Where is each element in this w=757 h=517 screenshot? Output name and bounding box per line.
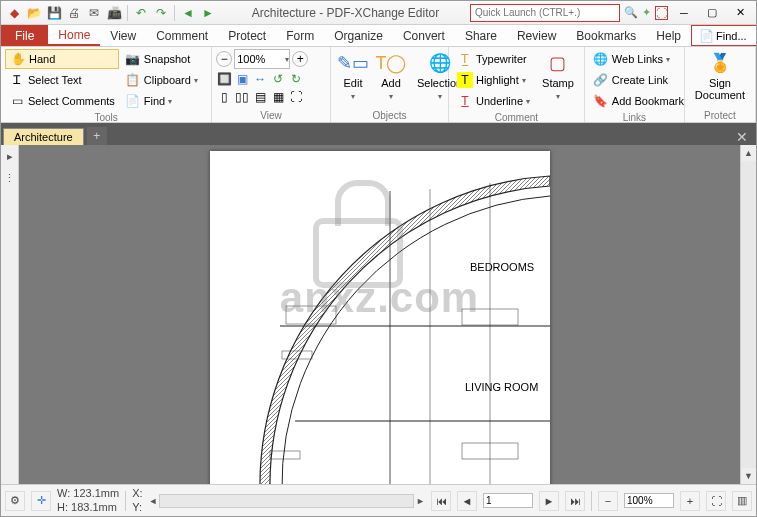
add-icon: T◯ [379, 51, 403, 75]
highlight-tool[interactable]: THighlight▾ [453, 70, 534, 90]
layout-status-icon[interactable]: ▥ [732, 491, 752, 511]
zoom-out-icon[interactable]: − [216, 51, 232, 67]
find-button[interactable]: 📄Find... [694, 28, 751, 44]
vertical-scrollbar[interactable]: ▲ ▼ [740, 145, 756, 484]
email-icon[interactable]: ✉ [85, 4, 103, 22]
chevron-down-icon: ▾ [522, 76, 526, 85]
menu-protect[interactable]: Protect [218, 25, 276, 46]
menu-share[interactable]: Share [455, 25, 507, 46]
menu-view[interactable]: View [100, 25, 146, 46]
find-tool[interactable]: 📄Find▾ [121, 91, 202, 111]
web-links-label: Web Links [612, 53, 663, 65]
zoom-status-input[interactable] [624, 493, 674, 508]
minimize-button[interactable]: ─ [672, 4, 696, 22]
last-page-icon[interactable]: ⏭ [565, 491, 585, 511]
chevron-down-icon[interactable]: ▾ [285, 55, 289, 64]
ui-options-icon[interactable]: ✦ [642, 6, 651, 19]
separator [127, 5, 128, 21]
page-layout1-icon[interactable]: ▯ [216, 89, 232, 105]
add-bookmark-button[interactable]: 🔖Add Bookmark [589, 91, 688, 111]
horizontal-scrollbar[interactable] [159, 494, 414, 508]
tabs-close-button[interactable]: ✕ [728, 129, 756, 145]
scan-icon[interactable]: 📠 [105, 4, 123, 22]
add-tab-button[interactable]: + [87, 127, 107, 145]
menu-home[interactable]: Home [48, 25, 100, 46]
underline-tool[interactable]: TUnderline▾ [453, 91, 534, 111]
globe-icon: 🌐 [593, 51, 609, 67]
menu-form[interactable]: Form [276, 25, 324, 46]
fullscreen-icon[interactable]: ⛶ [288, 89, 304, 105]
redo-icon[interactable]: ↷ [152, 4, 170, 22]
search-button[interactable]: 📁Search... [753, 28, 757, 44]
zoom-in-icon[interactable]: + [292, 51, 308, 67]
doc-find-icon: 📄 [125, 93, 141, 109]
find-label: Find... [716, 30, 747, 42]
nav-forward-icon[interactable]: ► [199, 4, 217, 22]
create-link-button[interactable]: 🔗Create Link [589, 70, 688, 90]
toggle-ui-icon[interactable]: ⛶ [655, 6, 668, 20]
web-links-button[interactable]: 🌐Web Links▾ [589, 49, 688, 69]
x-readout: X: [132, 487, 142, 500]
sign-document-button[interactable]: 🏅 Sign Document [689, 49, 751, 103]
document-canvas[interactable]: BEDROOMS LIVING ROOM BASEMENT anxz.com [19, 145, 740, 484]
edit-button[interactable]: ✎▭ Edit ▾ [335, 49, 371, 103]
fit-width-icon[interactable]: ↔ [252, 71, 268, 87]
select-comments-tool[interactable]: ▭Select Comments [5, 91, 119, 111]
save-icon[interactable]: 💾 [45, 4, 63, 22]
panel-options-icon[interactable]: ⋮ [1, 167, 18, 189]
panel-toggle-icon[interactable]: ▸ [1, 145, 18, 167]
menu-convert[interactable]: Convert [393, 25, 455, 46]
clipboard-tool[interactable]: 📋Clipboard▾ [121, 70, 202, 90]
close-button[interactable]: ✕ [728, 4, 752, 22]
edit-icon: ✎▭ [341, 51, 365, 75]
rotate-cw-icon[interactable]: ↻ [288, 71, 304, 87]
menu-bookmarks[interactable]: Bookmarks [566, 25, 646, 46]
scroll-up-icon[interactable]: ▲ [741, 145, 756, 161]
nav-back-icon[interactable]: ◄ [179, 4, 197, 22]
maximize-button[interactable]: ▢ [700, 4, 724, 22]
living-room-label: LIVING ROOM [465, 381, 538, 393]
objects-group-label: Objects [335, 109, 444, 122]
fit-icon[interactable]: ⛶ [706, 491, 726, 511]
document-tab-architecture[interactable]: Architecture [3, 128, 84, 145]
search-icon[interactable]: 🔍 [624, 6, 638, 19]
stamp-button[interactable]: ▢ Stamp ▾ [536, 49, 580, 103]
first-page-icon[interactable]: ⏮ [431, 491, 451, 511]
prev-page-icon[interactable]: ◄ [457, 491, 477, 511]
page-number-input[interactable] [483, 493, 533, 508]
print-icon[interactable]: 🖨 [65, 4, 83, 22]
scroll-left-icon[interactable]: ◄ [149, 496, 158, 506]
add-button[interactable]: T◯ Add ▾ [373, 49, 409, 103]
open-icon[interactable]: 📂 [25, 4, 43, 22]
scroll-track[interactable] [741, 161, 756, 468]
scroll-right-icon[interactable]: ► [416, 496, 425, 506]
menu-comment[interactable]: Comment [146, 25, 218, 46]
zoom-input-box[interactable]: ▾ [234, 49, 290, 69]
rotate-ccw-icon[interactable]: ↺ [270, 71, 286, 87]
page-layout2-icon[interactable]: ▯▯ [234, 89, 250, 105]
quick-launch-input[interactable] [470, 4, 620, 22]
page-layout4-icon[interactable]: ▦ [270, 89, 286, 105]
page-layout3-icon[interactable]: ▤ [252, 89, 268, 105]
zoom-out-status-icon[interactable]: − [598, 491, 618, 511]
snapshot-tool[interactable]: 📷Snapshot [121, 49, 202, 69]
create-link-label: Create Link [612, 74, 668, 86]
select-comments-label: Select Comments [28, 95, 115, 107]
zoom-input[interactable] [235, 53, 285, 65]
hand-tool[interactable]: ✋Hand [5, 49, 119, 69]
options-icon[interactable]: ⚙ [5, 491, 25, 511]
fit-page-icon[interactable]: ▣ [234, 71, 250, 87]
next-page-icon[interactable]: ► [539, 491, 559, 511]
zoom-in-status-icon[interactable]: + [680, 491, 700, 511]
file-menu[interactable]: File [1, 25, 48, 46]
stamp-label: Stamp [542, 77, 574, 89]
menu-help[interactable]: Help [646, 25, 691, 46]
typewriter-tool[interactable]: T̲Typewriter [453, 49, 534, 69]
menu-review[interactable]: Review [507, 25, 566, 46]
undo-icon[interactable]: ↶ [132, 4, 150, 22]
crosshair-icon[interactable]: ✛ [31, 491, 51, 511]
zoom-actual-icon[interactable]: 🔲 [216, 71, 232, 87]
scroll-down-icon[interactable]: ▼ [741, 468, 756, 484]
menu-organize[interactable]: Organize [324, 25, 393, 46]
select-text-tool[interactable]: ᏆSelect Text [5, 70, 119, 90]
